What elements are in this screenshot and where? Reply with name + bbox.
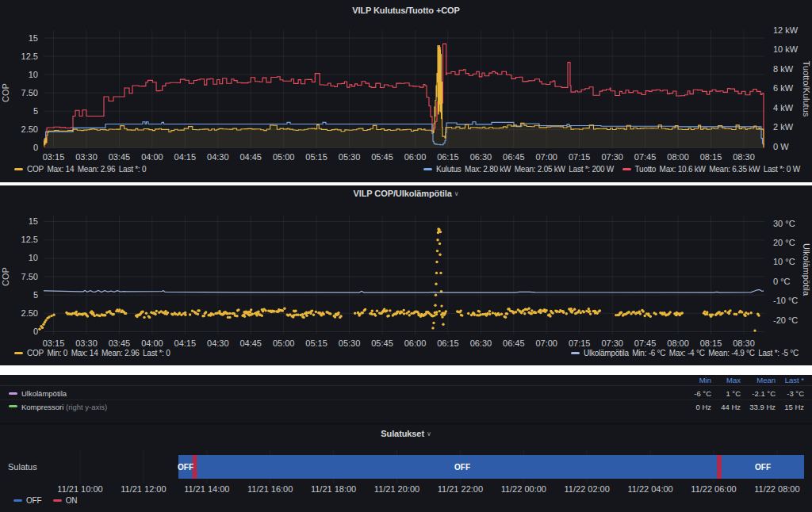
svg-text:0: 0 [33,327,38,336]
svg-text:COP: COP [1,83,10,102]
svg-text:05:15: 05:15 [305,338,327,348]
svg-text:11/22 00:00: 11/22 00:00 [501,484,546,494]
svg-text:06:45: 06:45 [503,152,525,162]
svg-text:08:15: 08:15 [700,338,722,348]
svg-text:05:00: 05:00 [273,338,295,348]
svg-text:08:30: 08:30 [733,338,755,348]
svg-text:07:30: 07:30 [601,338,623,348]
svg-text:03:45: 03:45 [109,338,131,348]
svg-text:8 kW: 8 kW [773,64,794,74]
svg-text:08:30: 08:30 [733,152,755,162]
svg-text:0 W: 0 W [773,142,789,151]
svg-text:07:15: 07:15 [569,152,591,162]
svg-text:05:30: 05:30 [339,338,361,348]
svg-text:08:00: 08:00 [667,152,689,162]
svg-text:5: 5 [33,106,38,116]
svg-text:06:30: 06:30 [470,152,492,162]
svg-text:04:30: 04:30 [207,338,229,348]
svg-text:07:15: 07:15 [569,338,591,348]
svg-text:03:30: 03:30 [75,152,98,162]
svg-text:-20 °C: -20 °C [773,315,798,325]
svg-text:10: 10 [29,253,38,262]
svg-text:10: 10 [29,70,38,79]
svg-text:06:30: 06:30 [470,338,492,348]
svg-text:2 kW: 2 kW [773,122,794,132]
svg-text:Ulkolämpötila: Ulkolämpötila [802,243,811,296]
svg-text:11/21 16:00: 11/21 16:00 [247,484,293,494]
svg-text:15: 15 [29,216,38,226]
svg-text:06:00: 06:00 [404,338,427,348]
svg-text:04:15: 04:15 [174,338,197,348]
svg-text:30 °C: 30 °C [773,219,795,228]
svg-text:20 °C: 20 °C [773,238,795,247]
svg-text:07:00: 07:00 [535,152,557,162]
svg-text:03:45: 03:45 [109,152,131,162]
svg-text:03:30: 03:30 [75,338,98,348]
svg-text:12.5: 12.5 [21,52,38,61]
svg-text:OFF: OFF [755,463,771,472]
svg-text:04:00: 04:00 [141,152,163,162]
svg-text:11/21 14:00: 11/21 14:00 [184,484,229,494]
svg-text:08:00: 08:00 [667,338,689,348]
svg-text:11/21 20:00: 11/21 20:00 [374,484,419,494]
svg-text:OFF: OFF [454,463,470,472]
svg-text:11/22 04:00: 11/22 04:00 [627,484,672,494]
svg-text:04:45: 04:45 [239,338,262,348]
svg-text:04:00: 04:00 [141,338,163,348]
svg-text:11/21 18:00: 11/21 18:00 [311,484,356,494]
svg-text:07:45: 07:45 [634,152,657,162]
svg-text:7.50: 7.50 [21,272,38,281]
svg-text:03:15: 03:15 [43,338,65,348]
svg-text:11/22 02:00: 11/22 02:00 [565,484,610,494]
svg-text:07:00: 07:00 [535,338,557,348]
svg-text:03:15: 03:15 [43,152,65,162]
svg-text:11/21 10:00: 11/21 10:00 [57,484,102,494]
svg-text:4 kW: 4 kW [773,103,794,113]
svg-text:Tuotto/Kulutus: Tuotto/Kulutus [802,61,811,117]
svg-text:04:30: 04:30 [207,152,229,162]
svg-text:07:30: 07:30 [601,152,623,162]
svg-text:12.5: 12.5 [21,235,38,244]
svg-text:05:30: 05:30 [339,152,361,162]
svg-text:0: 0 [33,143,38,152]
svg-text:OFF: OFF [178,463,193,472]
svg-text:11/22 06:00: 11/22 06:00 [691,484,736,494]
svg-text:7.50: 7.50 [21,88,38,97]
svg-text:12 kW: 12 kW [773,25,799,35]
svg-text:6 kW: 6 kW [773,83,794,93]
svg-text:05:45: 05:45 [371,152,393,162]
svg-text:11/21 12:00: 11/21 12:00 [121,484,166,494]
svg-text:10 °C: 10 °C [773,257,795,266]
svg-text:06:15: 06:15 [437,152,459,162]
svg-text:COP: COP [1,267,10,286]
svg-text:15: 15 [29,33,38,43]
svg-text:5: 5 [33,290,38,300]
svg-text:04:15: 04:15 [174,152,197,162]
svg-text:-10 °C: -10 °C [773,296,798,305]
svg-text:2.50: 2.50 [21,124,38,134]
svg-text:10 kW: 10 kW [773,44,799,54]
svg-text:06:45: 06:45 [503,338,525,348]
svg-text:2.50: 2.50 [21,308,38,318]
svg-text:0 °C: 0 °C [773,277,791,286]
svg-text:04:45: 04:45 [239,152,262,162]
svg-text:06:00: 06:00 [404,152,427,162]
svg-text:07:45: 07:45 [634,338,657,348]
svg-text:06:15: 06:15 [437,338,459,348]
svg-text:11/22 08:00: 11/22 08:00 [754,484,799,494]
svg-text:05:15: 05:15 [305,152,327,162]
svg-text:05:00: 05:00 [273,152,295,162]
svg-text:05:45: 05:45 [371,338,393,348]
svg-text:08:15: 08:15 [700,152,722,162]
svg-text:11/21 22:00: 11/21 22:00 [438,484,483,494]
